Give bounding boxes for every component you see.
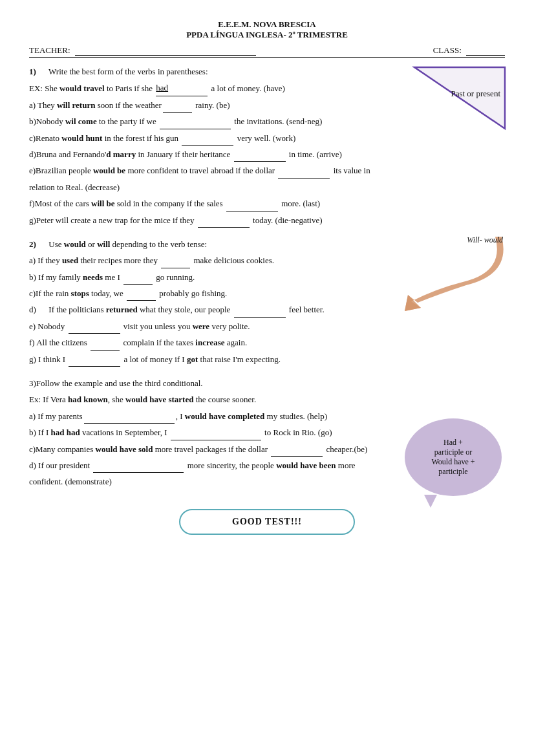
page-container: E.E.E.M. NOVA BRESCIA PPDA LÍNGUA INGLES… bbox=[29, 19, 505, 535]
section1-title: 1) Write the best form of the verbs in p… bbox=[29, 64, 505, 79]
blank-b1 bbox=[160, 129, 231, 129]
header: E.E.E.M. NOVA BRESCIA PPDA LÍNGUA INGLES… bbox=[29, 19, 505, 40]
will-would-label: Will- would bbox=[467, 235, 503, 245]
bubble: Had + participle or Would have + partici… bbox=[405, 418, 502, 496]
section1-a: a) They will return soon if the weather … bbox=[29, 98, 505, 113]
section1: 1) Write the best form of the verbs in p… bbox=[29, 64, 505, 228]
header-line1: E.E.E.M. NOVA BRESCIA bbox=[29, 19, 505, 30]
blank-2d bbox=[234, 317, 286, 318]
ex-blank: had bbox=[156, 80, 208, 96]
section1-c: c)Renato would hunt in the forest if his… bbox=[29, 131, 505, 146]
blank-3d bbox=[93, 472, 184, 473]
section1-b: b)Nobody wil come to the party if we the… bbox=[29, 114, 505, 129]
good-test-box: GOOD TEST!!! bbox=[29, 509, 505, 535]
section1-f: f)Most of the cars will be sold in the c… bbox=[29, 196, 505, 211]
blank-2f bbox=[91, 350, 120, 351]
good-test-label: GOOD TEST!!! bbox=[179, 509, 355, 535]
section1-number: 1) bbox=[29, 67, 36, 76]
section1-example: EX: She would travel to Paris if she had… bbox=[29, 80, 505, 96]
section1-g: g)Peter will create a new trap for the m… bbox=[29, 213, 505, 228]
blank-2c bbox=[127, 300, 156, 301]
blank-3c bbox=[271, 456, 323, 457]
blank-d1 bbox=[234, 161, 286, 162]
teacher-class-row: TEACHER: CLASS: bbox=[29, 45, 505, 58]
teacher-line bbox=[75, 55, 256, 56]
class-line bbox=[466, 55, 505, 56]
blank-g1 bbox=[198, 227, 250, 228]
section3: Had + participle or Would have + partici… bbox=[29, 376, 505, 490]
blank-f1 bbox=[226, 211, 278, 211]
section2-e: e) Nobody visit you unless you were very… bbox=[29, 319, 505, 334]
bubble-text: Had + participle or Would have + partici… bbox=[431, 438, 475, 477]
section1-e: e)Brazilian people would be more confide… bbox=[29, 163, 505, 178]
section2-f: f) All the citizens complain if the taxe… bbox=[29, 335, 505, 350]
blank-2a bbox=[161, 268, 190, 268]
blank-e1 bbox=[278, 178, 330, 178]
blank-a1 bbox=[163, 112, 192, 113]
section3-title: 3)Follow the example and use the third c… bbox=[29, 376, 505, 391]
class-field: CLASS: bbox=[433, 45, 505, 56]
class-label: CLASS: bbox=[433, 45, 462, 55]
svg-marker-2 bbox=[405, 295, 421, 311]
teacher-label: TEACHER: bbox=[29, 45, 70, 55]
arrow-decoration: Will- would bbox=[385, 230, 508, 314]
blank-c1 bbox=[182, 145, 233, 146]
blank-2b bbox=[123, 284, 153, 285]
section1-e-cont: relation to Real. (decrease) bbox=[29, 180, 505, 195]
main-content: Past or present 1) Write the best form o… bbox=[29, 64, 505, 535]
blank-2e bbox=[69, 333, 120, 334]
teacher-field: TEACHER: bbox=[29, 45, 256, 56]
bubble-decoration: Had + participle or Would have + partici… bbox=[405, 418, 508, 496]
blank-2g bbox=[69, 366, 120, 367]
section2-g: g) I think I a lot of money if I got tha… bbox=[29, 352, 505, 367]
blank-3b bbox=[171, 440, 261, 440]
section2: Will- would 2) Use would or will dependi… bbox=[29, 237, 505, 367]
blank-3a bbox=[84, 423, 175, 424]
section3-example: Ex: If Vera had known, she would have st… bbox=[29, 392, 505, 407]
header-line2: PPDA LÍNGUA INGLESA- 2º TRIMESTRE bbox=[29, 30, 505, 40]
section1-d: d)Bruna and Fernando'd marry in January … bbox=[29, 147, 505, 162]
